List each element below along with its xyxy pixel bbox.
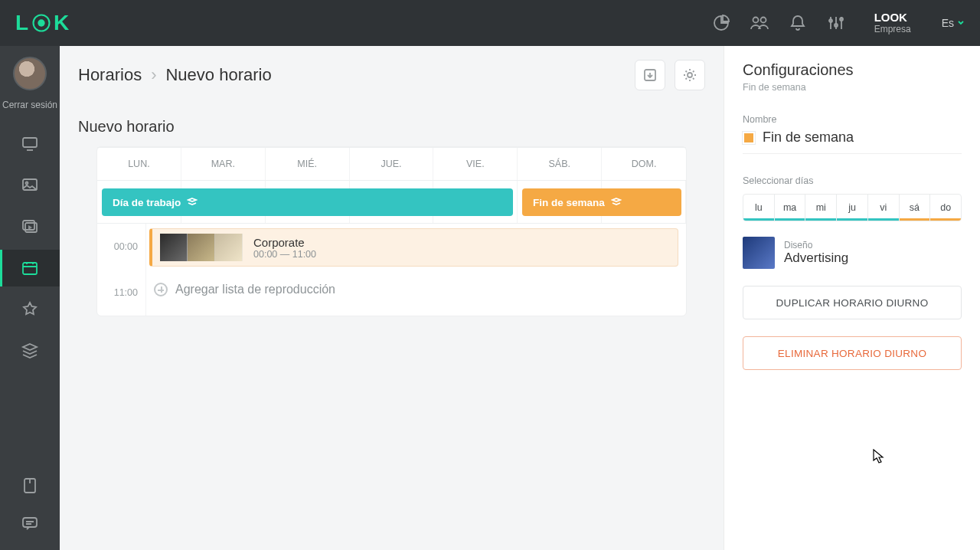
breadcrumb: Horarios › Nuevo horario: [78, 65, 272, 85]
add-playlist-label: Agregar lista de reproducción: [175, 283, 335, 296]
avatar[interactable]: [13, 57, 47, 90]
day-vi[interactable]: vi: [868, 195, 900, 221]
app-logo-text: L: [15, 11, 29, 35]
day-mi[interactable]: mi: [805, 195, 837, 221]
weekday-sat: SÁB.: [518, 148, 602, 180]
name-value: Fin de semana: [763, 129, 854, 146]
weekday-sun: DOM.: [602, 148, 686, 180]
layers-icon: [611, 197, 622, 208]
panel-title: Configuraciones: [743, 61, 962, 79]
thumb-2: [188, 234, 215, 261]
logo-eye-icon: [31, 12, 52, 34]
topbar-actions: LOOK Empresa Es: [710, 11, 965, 34]
time-0000: 00:00: [97, 224, 145, 270]
weekday-fri: VIE.: [433, 148, 518, 180]
design-row[interactable]: Diseño Advertising: [743, 237, 962, 269]
strip-weekend-label: Fin de semana: [533, 197, 605, 208]
nav-schedules[interactable]: [0, 250, 60, 286]
design-label: Diseño: [784, 240, 848, 250]
sidebar: Cerrar sesión: [0, 46, 60, 550]
delete-button[interactable]: ELIMINAR HORARIO DIURNO: [743, 336, 962, 370]
svg-rect-14: [23, 518, 37, 527]
bell-icon[interactable]: [787, 12, 808, 34]
settings-sliders-icon[interactable]: [825, 12, 847, 34]
breadcrumb-root[interactable]: Horarios: [78, 65, 142, 85]
nav-chat[interactable]: [0, 506, 60, 542]
name-field[interactable]: Fin de semana: [743, 129, 962, 146]
import-button[interactable]: [635, 60, 665, 90]
strip-workdays[interactable]: Día de trabajo: [102, 188, 513, 216]
app-logo-text2: K: [54, 11, 70, 35]
strip-weekend[interactable]: Fin de semana: [522, 188, 681, 216]
nav-scenes[interactable]: [0, 291, 60, 328]
page-title: Nuevo horario: [78, 104, 705, 146]
chevron-down-icon: [957, 19, 965, 27]
select-days-label: Seleccionar días: [743, 175, 962, 186]
users-icon[interactable]: [749, 12, 770, 34]
page-header: Horarios › Nuevo horario: [60, 46, 724, 104]
settings-button[interactable]: [675, 60, 705, 90]
duplicate-button[interactable]: DUPLICAR HORARIO DIURNO: [743, 286, 962, 319]
day-sa[interactable]: sá: [900, 195, 931, 221]
day-lu[interactable]: lu: [743, 195, 775, 221]
nav-playlists[interactable]: [0, 208, 60, 245]
layers-icon: [187, 197, 198, 208]
design-name: Advertising: [784, 250, 848, 266]
thumb-3: [215, 234, 243, 261]
svg-rect-7: [23, 138, 37, 147]
logout-link[interactable]: Cerrar sesión: [2, 100, 57, 110]
duplicate-button-label: DUPLICAR HORARIO DIURNO: [776, 297, 929, 309]
svg-point-2: [753, 17, 758, 22]
app-logo[interactable]: L K: [15, 11, 70, 35]
item-title: Corporate: [253, 236, 316, 249]
svg-rect-12: [23, 263, 37, 274]
weekday-thu: JUE.: [350, 148, 434, 180]
name-label: Nombre: [743, 114, 962, 125]
day-do[interactable]: do: [930, 195, 961, 221]
design-thumbnail: [743, 237, 775, 269]
timeline-item-corporate[interactable]: Corporate 00:00 — 11:00: [149, 228, 678, 267]
language-switch[interactable]: Es: [942, 17, 965, 29]
account-block[interactable]: LOOK Empresa: [874, 11, 911, 34]
language-code: Es: [942, 17, 954, 29]
strip-row: Día de trabajo Fin de semana: [97, 181, 686, 224]
schedule-card: LUN. MAR. MIÉ. JUE. VIE. SÁB. DOM. Día d…: [96, 146, 687, 316]
svg-point-1: [38, 19, 44, 26]
svg-point-16: [688, 73, 692, 77]
nav-screens[interactable]: [0, 126, 60, 162]
delete-button-label: ELIMINAR HORARIO DIURNO: [778, 348, 926, 359]
day-picker: lu ma mi ju vi sá do: [743, 194, 962, 221]
account-type: Empresa: [874, 25, 911, 35]
svg-point-3: [760, 17, 766, 22]
weekday-wed: MIÉ.: [266, 148, 350, 180]
analytics-icon[interactable]: [710, 12, 732, 34]
topbar: L K LOOK Empresa Es: [0, 0, 980, 46]
day-ju[interactable]: ju: [837, 195, 868, 221]
weekday-mon: LUN.: [97, 148, 181, 180]
breadcrumb-current: Nuevo horario: [165, 65, 271, 85]
breadcrumb-sep: ›: [151, 65, 156, 85]
timeline: 00:00 11:00 Corpora: [97, 224, 686, 316]
svg-point-9: [26, 182, 28, 185]
nav-docs[interactable]: [0, 467, 60, 504]
settings-panel: Configuraciones Fin de semana Nombre Fin…: [724, 46, 980, 550]
nav-media[interactable]: [0, 167, 60, 204]
content: Horarios › Nuevo horario Nuevo horario L…: [60, 46, 724, 550]
weekday-tue: MAR.: [181, 148, 266, 180]
week-header: LUN. MAR. MIÉ. JUE. VIE. SÁB. DOM.: [97, 147, 686, 181]
time-1100: 11:00: [97, 270, 145, 316]
nav-layers[interactable]: [0, 332, 60, 369]
plus-icon: [154, 283, 168, 296]
panel-subtitle: Fin de semana: [743, 82, 962, 93]
main: Horarios › Nuevo horario Nuevo horario L…: [60, 46, 980, 550]
add-playlist-row[interactable]: Agregar lista de reproducción: [146, 267, 686, 313]
account-name: LOOK: [874, 11, 911, 24]
thumb-1: [160, 234, 188, 261]
item-time-range: 00:00 — 11:00: [253, 249, 316, 260]
day-ma[interactable]: ma: [775, 195, 806, 221]
strip-workdays-label: Día de trabajo: [113, 197, 181, 208]
item-thumbnails: [160, 234, 243, 261]
color-chip[interactable]: [743, 132, 755, 144]
